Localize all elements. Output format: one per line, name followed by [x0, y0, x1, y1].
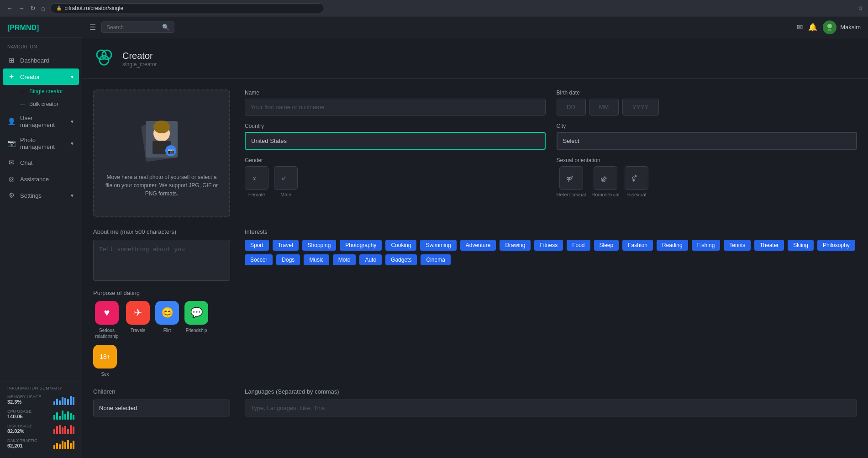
interest-dogs[interactable]: Dogs	[276, 254, 300, 265]
memory-bars	[53, 394, 74, 405]
sidebar-item-user-management[interactable]: 👤 User management ▼	[0, 111, 82, 132]
bi-icon-box[interactable]: ⚥	[625, 166, 648, 190]
photo-upload-box[interactable]: 📷 Move here a real photo of yourself or …	[93, 89, 230, 217]
interest-cinema[interactable]: Cinema	[421, 254, 450, 265]
sidebar-item-chat[interactable]: ✉ Chat	[0, 154, 82, 171]
interest-cooking[interactable]: Cooking	[385, 240, 416, 251]
purpose-friendship[interactable]: 💬 Friendship	[184, 301, 208, 339]
gender-female-btn[interactable]: ♀ Female	[245, 166, 268, 197]
back-button[interactable]: ←	[5, 4, 15, 13]
interest-fitness[interactable]: Fitness	[534, 240, 563, 251]
flirt-icon[interactable]: 😊	[155, 301, 179, 325]
purpose-sex[interactable]: 18+ Sex	[93, 345, 117, 377]
orientation-bi-btn[interactable]: ⚥ Bisexual	[625, 166, 648, 197]
interest-fishing[interactable]: Fishing	[692, 240, 721, 251]
main-content: Creator single_creator	[82, 38, 868, 458]
purpose-travels[interactable]: ✈ Travels	[126, 301, 150, 339]
bi-label: Bisexual	[627, 192, 647, 197]
orientation-group: Sexual orientation ⚤ Heterosexual	[557, 157, 857, 197]
interest-philosophy[interactable]: Philosophy	[817, 240, 855, 251]
app: [PRMND] NAVIGATION ⊞ Dashboard ✦ Creator…	[0, 16, 868, 458]
homo-icon-box[interactable]: ⚣	[594, 166, 617, 190]
interest-theater[interactable]: Theater	[754, 240, 784, 251]
serious-icon[interactable]: ♥	[95, 301, 119, 325]
orientation-homo-btn[interactable]: ⚣ Homosexual	[591, 166, 619, 197]
sidebar-label-creator: Creator	[20, 74, 40, 80]
dd-input[interactable]	[557, 99, 586, 116]
interest-shopping[interactable]: Shopping	[302, 240, 337, 251]
interest-soccer[interactable]: Soccer	[245, 254, 273, 265]
search-icon: 🔍	[162, 24, 169, 31]
bell-icon[interactable]: 🔔	[808, 23, 817, 32]
orientation-hetero-btn[interactable]: ⚤ Heterosexual	[557, 166, 586, 197]
reload-button[interactable]: ↻	[28, 4, 37, 13]
interest-drawing[interactable]: Drawing	[500, 240, 531, 251]
gender-row: ♀ Female ♂ Male	[245, 166, 546, 197]
sidebar-item-dashboard[interactable]: ⊞ Dashboard	[0, 52, 82, 68]
children-select[interactable]: None selected	[93, 400, 230, 416]
interest-auto[interactable]: Auto	[359, 254, 382, 265]
sex-icon[interactable]: 18+	[93, 345, 117, 369]
hamburger-icon[interactable]: ☰	[89, 23, 96, 32]
interest-music[interactable]: Music	[304, 254, 329, 265]
interest-travel[interactable]: Travel	[273, 240, 299, 251]
yyyy-input[interactable]	[622, 99, 659, 116]
interest-food[interactable]: Food	[567, 240, 590, 251]
interest-swimming[interactable]: Swimming	[420, 240, 456, 251]
sidebar-label-assistance: Assistance	[20, 176, 49, 183]
interest-sleep[interactable]: Sleep	[594, 240, 619, 251]
children-section: Children None selected Languages (Separa…	[82, 388, 868, 427]
page-header: Creator single_creator	[82, 38, 868, 79]
children-label: Children	[93, 388, 230, 395]
friendship-icon[interactable]: 💬	[184, 301, 208, 325]
sidebar-label-dashboard: Dashboard	[20, 57, 49, 64]
gender-male-btn[interactable]: ♂ Male	[274, 166, 298, 197]
mm-input[interactable]	[589, 99, 619, 116]
interest-fashion[interactable]: Fashion	[622, 240, 653, 251]
svg-text:⚤: ⚤	[566, 175, 573, 182]
page-title: Creator	[122, 51, 157, 61]
interest-sport[interactable]: Sport	[245, 240, 269, 251]
interest-moto[interactable]: Moto	[333, 254, 356, 265]
home-button[interactable]: ⌂	[39, 4, 47, 13]
city-input[interactable]	[557, 132, 857, 150]
interest-tennis[interactable]: Tennis	[724, 240, 751, 251]
forward-button[interactable]: →	[16, 4, 26, 13]
svg-text:♀: ♀	[252, 174, 257, 182]
search-input[interactable]	[106, 24, 159, 31]
interests-tags: Sport Travel Shopping Photography Cookin…	[245, 240, 857, 265]
star-button[interactable]: ☆	[857, 5, 863, 12]
purpose-serious[interactable]: ♥ Serious relationship	[93, 301, 121, 339]
url-bar[interactable]: 🔒 cifrabot.ru/creator/single	[50, 3, 324, 13]
purpose-flirt[interactable]: 😊 Flirt	[155, 301, 179, 339]
sidebar-item-photo-management[interactable]: 📷 Photo management ▼	[0, 132, 82, 154]
chevron-down-icon-2: ▼	[70, 119, 74, 124]
interest-photography[interactable]: Photography	[340, 240, 382, 251]
user-menu[interactable]: Maksim	[823, 21, 861, 34]
disk-stat: DISK USAGE 82.02%	[7, 423, 74, 434]
sidebar-sub-bulk-creator[interactable]: Bulk creator	[0, 98, 82, 111]
sidebar-item-creator[interactable]: ✦ Creator ▼	[3, 68, 79, 85]
about-label: About me (max 500 characters)	[93, 228, 230, 235]
hetero-icon-box[interactable]: ⚤	[559, 166, 583, 190]
interest-adventure[interactable]: Adventure	[460, 240, 496, 251]
travels-icon[interactable]: ✈	[126, 301, 150, 325]
sidebar-item-settings[interactable]: ⚙ Settings ▼	[0, 187, 82, 204]
sidebar-sub-single-creator[interactable]: Single creator	[0, 85, 82, 98]
sidebar-item-assistance[interactable]: ◎ Assistance	[0, 171, 82, 187]
svg-point-3	[102, 50, 111, 59]
country-input[interactable]	[245, 132, 546, 150]
svg-point-4	[100, 56, 109, 65]
name-input[interactable]	[245, 99, 546, 116]
interest-reading[interactable]: Reading	[657, 240, 688, 251]
male-icon-box[interactable]: ♂	[274, 166, 298, 190]
birthdate-label: Birth date	[557, 89, 857, 96]
interest-skiing[interactable]: Skiing	[788, 240, 814, 251]
about-textarea[interactable]	[93, 240, 230, 281]
traffic-bars	[53, 438, 74, 449]
purpose-icons: ♥ Serious relationship ✈ Travels 😊 Flirt	[93, 301, 230, 377]
interest-gadgets[interactable]: Gadgets	[385, 254, 417, 265]
languages-input[interactable]	[245, 400, 857, 416]
female-icon-box[interactable]: ♀	[245, 166, 268, 190]
email-icon[interactable]: ✉	[797, 23, 803, 32]
